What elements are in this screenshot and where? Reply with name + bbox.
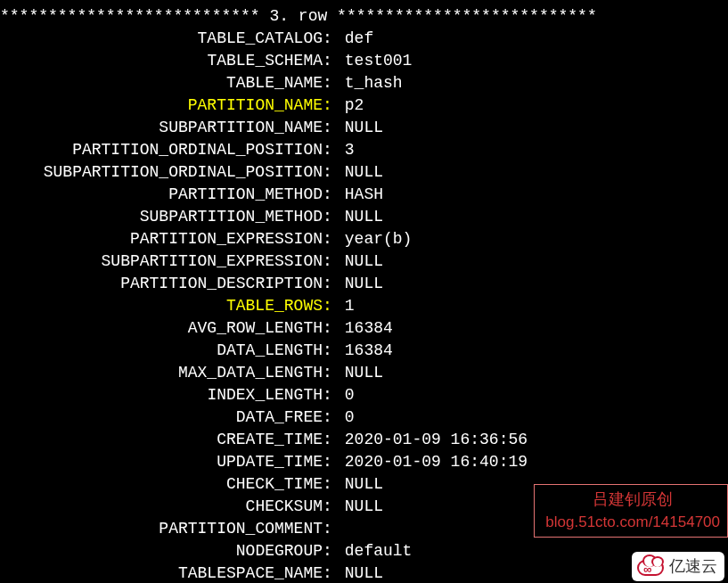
row-separator-header: *************************** 3. row *****… xyxy=(0,5,728,28)
field-value xyxy=(335,518,345,540)
field-label: PARTITION_ORDINAL_POSITION xyxy=(0,139,323,161)
field-row: AVG_ROW_LENGTH: 16384 xyxy=(0,317,728,340)
field-value: HASH xyxy=(335,184,383,206)
field-label: AVG_ROW_LENGTH xyxy=(0,317,323,340)
field-separator: : xyxy=(323,206,335,228)
field-row: UPDATE_TIME: 2020-01-09 16:40:19 xyxy=(0,451,728,473)
field-separator: : xyxy=(323,562,335,583)
field-label: NODEGROUP xyxy=(0,540,323,562)
field-separator: : xyxy=(323,139,335,161)
field-label: TABLE_CATALOG xyxy=(0,28,323,50)
field-label: CREATE_TIME xyxy=(0,429,323,451)
field-label: PARTITION_COMMENT xyxy=(0,518,323,540)
field-value: 16384 xyxy=(335,317,393,340)
field-label: PARTITION_DESCRIPTION xyxy=(0,273,323,295)
field-value: test001 xyxy=(335,50,412,72)
field-row: SUBPARTITION_ORDINAL_POSITION: NULL xyxy=(0,161,728,184)
field-row: SUBPARTITION_NAME: NULL xyxy=(0,117,728,139)
field-separator: : xyxy=(323,496,335,518)
field-label: SUBPARTITION_ORDINAL_POSITION xyxy=(0,161,323,184)
field-row: TABLE_CATALOG: def xyxy=(0,28,728,50)
field-value: 0 xyxy=(335,406,355,429)
field-separator: : xyxy=(323,228,335,250)
watermark-url: blog.51cto.com/14154700 xyxy=(545,511,720,533)
field-value: 0 xyxy=(335,384,355,406)
field-separator: : xyxy=(323,161,335,184)
field-separator: : xyxy=(323,473,335,496)
field-value: NULL xyxy=(335,161,383,184)
field-separator: : xyxy=(323,340,335,362)
field-value: year(b) xyxy=(335,228,412,250)
field-label: CHECK_TIME xyxy=(0,473,323,496)
field-row: CREATE_TIME: 2020-01-09 16:36:56 xyxy=(0,429,728,451)
field-row: TABLE_ROWS: 1 xyxy=(0,295,728,317)
cloud-icon: ∞ xyxy=(637,556,666,578)
field-row: SUBPARTITION_METHOD: NULL xyxy=(0,206,728,228)
field-value: p2 xyxy=(335,94,364,117)
field-label: INDEX_LENGTH xyxy=(0,384,323,406)
field-value: NULL xyxy=(335,117,383,139)
field-value: NULL xyxy=(335,496,383,518)
field-value: NULL xyxy=(335,206,383,228)
field-label: TABLESPACE_NAME xyxy=(0,562,323,583)
field-value: t_hash xyxy=(335,72,403,94)
field-separator: : xyxy=(323,362,335,384)
field-separator: : xyxy=(323,429,335,451)
field-label: SUBPARTITION_METHOD xyxy=(0,206,323,228)
brand-name: 亿速云 xyxy=(669,555,717,578)
field-separator: : xyxy=(323,518,335,540)
field-row: PARTITION_ORDINAL_POSITION: 3 xyxy=(0,139,728,161)
field-separator: : xyxy=(323,28,335,50)
field-row: MAX_DATA_LENGTH: NULL xyxy=(0,362,728,384)
field-label: DATA_LENGTH xyxy=(0,340,323,362)
watermark-author: 吕建钊原创 xyxy=(545,489,720,511)
field-separator: : xyxy=(323,384,335,406)
watermark-box: 吕建钊原创 blog.51cto.com/14154700 xyxy=(534,484,728,538)
field-separator: : xyxy=(323,94,335,117)
field-row: PARTITION_EXPRESSION: year(b) xyxy=(0,228,728,250)
field-label: MAX_DATA_LENGTH xyxy=(0,362,323,384)
field-label: PARTITION_EXPRESSION xyxy=(0,228,323,250)
field-separator: : xyxy=(323,295,335,317)
field-separator: : xyxy=(323,540,335,562)
field-value: def xyxy=(335,28,373,50)
field-row: DATA_LENGTH: 16384 xyxy=(0,340,728,362)
field-separator: : xyxy=(323,117,335,139)
field-row: TABLE_NAME: t_hash xyxy=(0,72,728,94)
field-value: 16384 xyxy=(335,340,393,362)
field-label: PARTITION_NAME xyxy=(0,94,323,117)
field-value: NULL xyxy=(335,362,383,384)
field-label: TABLE_SCHEMA xyxy=(0,50,323,72)
field-value: 2020-01-09 16:40:19 xyxy=(335,451,528,473)
field-value: 1 xyxy=(335,295,355,317)
field-row: PARTITION_DESCRIPTION: NULL xyxy=(0,273,728,295)
field-separator: : xyxy=(323,250,335,273)
field-label: TABLE_NAME xyxy=(0,72,323,94)
field-row: PARTITION_METHOD: HASH xyxy=(0,184,728,206)
field-value: NULL xyxy=(335,250,383,273)
field-separator: : xyxy=(323,184,335,206)
field-separator: : xyxy=(323,50,335,72)
field-separator: : xyxy=(323,273,335,295)
field-value: 3 xyxy=(335,139,355,161)
field-row: INDEX_LENGTH: 0 xyxy=(0,384,728,406)
field-separator: : xyxy=(323,72,335,94)
field-row: TABLESPACE_NAME: NULL xyxy=(0,562,728,583)
field-row: PARTITION_NAME: p2 xyxy=(0,94,728,117)
field-label: SUBPARTITION_EXPRESSION xyxy=(0,250,323,273)
field-row: TABLE_SCHEMA: test001 xyxy=(0,50,728,72)
field-row: SUBPARTITION_EXPRESSION: NULL xyxy=(0,250,728,273)
field-value: 2020-01-09 16:36:56 xyxy=(335,429,528,451)
field-separator: : xyxy=(323,451,335,473)
field-row: DATA_FREE: 0 xyxy=(0,406,728,429)
field-value: NULL xyxy=(335,562,383,583)
field-separator: : xyxy=(323,317,335,340)
field-label: UPDATE_TIME xyxy=(0,451,323,473)
field-value: NULL xyxy=(335,473,383,496)
field-label: PARTITION_METHOD xyxy=(0,184,323,206)
field-label: CHECKSUM xyxy=(0,496,323,518)
field-row: NODEGROUP: default xyxy=(0,540,728,562)
field-value: NULL xyxy=(335,273,383,295)
field-value: default xyxy=(335,540,412,562)
field-label: SUBPARTITION_NAME xyxy=(0,117,323,139)
